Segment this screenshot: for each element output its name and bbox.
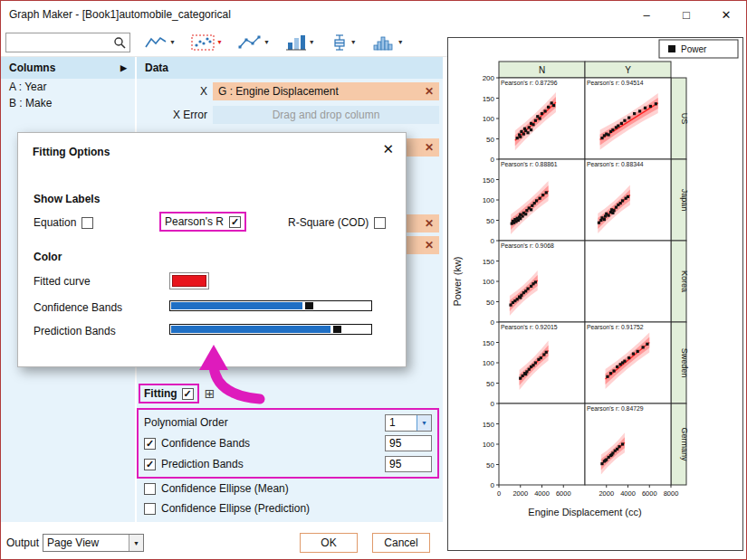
chevron-down-icon: ▼ [129,535,143,551]
histogram-plot-icon [372,34,396,51]
svg-text:0: 0 [491,156,495,164]
chevron-down-icon: ▼ [169,39,176,45]
r-square-checkbox[interactable] [374,217,386,229]
column-item-make[interactable]: B : Make [1,95,135,111]
x-error-drop-area[interactable]: Drag and drop column [213,106,439,124]
column-plot-icon [285,34,307,51]
pearsons-r-checkbox[interactable]: ✓ [229,216,241,228]
scatter-plot-button[interactable]: ▼ [189,33,225,52]
callout-arrow [189,341,271,406]
pearsons-r-option: Pearson's R ✓ [159,212,246,232]
window-controls: – □ ✕ [627,1,746,28]
scatter-point [644,107,646,109]
x-column-field[interactable]: G : Engine Displacement ✕ [213,82,439,100]
scatter-point [534,361,537,364]
line-symbol-plot-button[interactable]: ▼ [236,33,272,52]
svg-text:4000: 4000 [620,489,636,498]
polynomial-order-select[interactable]: 1 ▼ [385,414,432,432]
fitted-curve-color-swatch[interactable] [169,272,209,289]
svg-text:100: 100 [483,441,495,449]
confidence-ellipse-mean-checkbox[interactable] [144,483,156,495]
confidence-bands-label: Confidence Bands [161,437,250,450]
chevron-down-icon: ▼ [216,39,223,45]
slider-track [341,326,370,333]
confidence-bands-checkbox[interactable]: ✓ [144,438,156,450]
data-header: Data [137,57,443,79]
fitted-curve-label: Fitted curve [34,275,91,288]
cancel-button[interactable]: Cancel [372,533,430,553]
scatter-point [642,346,645,348]
svg-text:100: 100 [483,196,495,204]
search-input[interactable] [6,34,112,51]
svg-text:8000: 8000 [664,489,679,498]
fitting-label: Fitting [144,387,177,400]
confidence-bands-slider[interactable] [169,300,372,311]
svg-text:0: 0 [491,481,495,489]
hidden-field-stub: ✕ [405,138,439,157]
histogram-plot-button[interactable]: ▼ [370,33,406,52]
scatter-point [606,375,608,378]
svg-text:50: 50 [486,299,494,307]
prediction-bands-row: ✓ Prediction Bands [144,454,432,474]
svg-text:6000: 6000 [556,489,571,498]
maximize-button[interactable]: □ [666,1,706,28]
scatter-point [637,350,639,353]
confidence-ellipse-prediction-checkbox[interactable] [144,503,156,515]
scatter-point [617,125,619,128]
svg-text:50: 50 [486,217,494,225]
prediction-bands-color-label: Prediction Bands [34,325,116,337]
scatter-point [627,356,630,359]
search-box [5,33,130,52]
fitting-options-group: Polynomial Order 1 ▼ ✓ Confidence Bands … [137,408,439,479]
slider-handle[interactable] [333,326,341,333]
prediction-bands-checkbox[interactable]: ✓ [144,459,156,470]
close-icon[interactable]: ✕ [425,85,434,98]
box-plot-icon [330,34,349,51]
polynomial-order-label: Polynomial Order [144,416,228,429]
svg-text:Sweden: Sweden [680,348,689,378]
scatter-point [541,194,544,196]
scatter-point [541,112,543,115]
confidence-bands-input[interactable] [385,435,432,451]
line-plot-button[interactable]: ▼ [142,33,177,52]
box-plot-button[interactable]: ▼ [329,33,359,52]
pearsons-r-annotation: Pearson's r: 0.87296 [501,80,558,86]
svg-text:4000: 4000 [534,489,550,498]
toolbar: ▼ ▼ ▼ ▼ [1,28,447,57]
close-icon[interactable]: ✕ [382,141,394,157]
minimize-button[interactable]: – [627,1,666,28]
svg-text:50: 50 [486,136,494,144]
close-icon[interactable]: ✕ [425,217,434,230]
scatter-point [621,442,624,445]
ok-button[interactable]: OK [300,533,358,553]
triangle-right-icon[interactable]: ▶ [120,63,127,72]
x-row: X G : Engine Displacement ✕ [137,82,443,100]
scatter-point [632,353,635,356]
prediction-bands-input[interactable] [385,456,432,472]
svg-text:US: US [680,113,689,125]
x-column-value: G : Engine Displacement [218,85,339,98]
pearsons-r-annotation: Pearson's r: 0.88861 [501,161,558,167]
prediction-bands-slider[interactable] [169,324,372,335]
close-icon[interactable]: ✕ [425,239,434,252]
confidence-ellipse-mean-row: Confidence Ellipse (Mean) [144,482,289,495]
svg-text:150: 150 [483,258,495,266]
scatter-point [609,372,612,375]
scatter-point [545,351,548,354]
scatter-point [611,212,614,214]
scatter-point [616,365,618,368]
svg-text:Engine Displacement (cc): Engine Displacement (cc) [528,507,641,517]
equation-checkbox[interactable] [81,217,93,229]
svg-text:0: 0 [491,318,495,327]
data-header-label: Data [145,62,168,74]
equation-label: Equation [34,216,76,229]
slider-handle[interactable] [305,302,313,309]
close-icon[interactable]: ✕ [425,141,434,154]
column-item-year[interactable]: A : Year [1,79,135,95]
close-button[interactable]: ✕ [706,1,746,28]
column-plot-button[interactable]: ▼ [283,33,317,52]
trellis-cell [585,241,671,322]
scatter-point [608,133,610,136]
output-select[interactable]: Page View ▼ [43,534,144,552]
svg-text:Germany: Germany [680,427,689,461]
